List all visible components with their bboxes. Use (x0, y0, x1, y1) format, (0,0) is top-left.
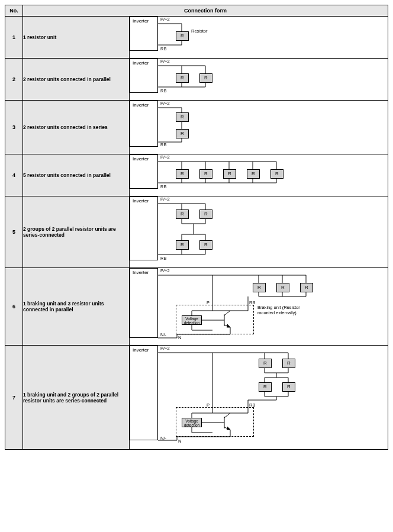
braking-unit-note: Braking unit (Resistor mounted externall… (257, 305, 317, 315)
resistor-r: R (176, 169, 189, 179)
resistor-r: R (253, 283, 266, 292)
resistor-label: Resistor (191, 28, 208, 34)
resistor-r: R (247, 169, 260, 179)
connection-table: No. Connection form 1 1 resistor unit In… (5, 5, 388, 450)
resistor-r: R (282, 359, 295, 368)
rb-label: RB (249, 300, 255, 305)
p-plus-2-label: P/+2 (160, 101, 170, 106)
table-row: 5 2 groups of 2 parallel resistor units … (5, 196, 388, 268)
resistor-r: R (176, 73, 189, 83)
table-row: 3 2 resistor units connected in series I… (5, 101, 388, 154)
n-minus-label: N/- (160, 332, 166, 337)
p-plus-2-label: P/+2 (160, 59, 170, 64)
resistor-r: R (270, 169, 284, 179)
p-plus-2-label: P/+2 (160, 346, 170, 351)
resistor-r: R (276, 283, 289, 292)
table-row: 7 1 braking unit and 2 groups of 2 paral… (5, 346, 388, 450)
resistor-r: R (259, 382, 272, 392)
p-plus-2-label: P/+2 (160, 17, 170, 22)
table-row: 4 5 resistor units connected in parallel… (5, 154, 388, 196)
p-plus-2-label: P/+2 (160, 196, 170, 202)
resistor-r: R (199, 73, 212, 83)
row-diagram: Inverter P/+2 RB R Resistor (130, 17, 388, 59)
row-desc: 1 braking unit and 3 resistor units conn… (23, 268, 130, 346)
resistor-r: R (300, 283, 313, 292)
row-desc: 2 resistor units connected in series (23, 101, 130, 154)
resistor-r: R (199, 169, 212, 179)
row-diagram: Inverter P/+2 RB R R R R R (130, 154, 388, 196)
resistor-r: R (199, 240, 212, 250)
resistor-r: R (259, 359, 272, 368)
rb-label: RB (160, 184, 166, 189)
resistor-r: R (223, 169, 236, 179)
n-label: N (178, 439, 181, 444)
rb-label: RB (160, 256, 166, 261)
row-desc: 1 braking unit and 2 groups of 2 paralle… (23, 346, 130, 450)
inverter-box: Inverter (130, 101, 158, 147)
resistor-r: R (176, 112, 189, 122)
inverter-box: Inverter (130, 154, 158, 189)
row-no: 2 (5, 59, 23, 101)
rb-label: RB (160, 46, 166, 51)
rb-label: RB (160, 142, 166, 147)
row-no: 5 (5, 196, 23, 268)
row-no: 6 (5, 268, 23, 346)
row-diagram: Inverter P/+2 RB R R (130, 59, 388, 101)
voltage-detection-box: Voltage detection (182, 315, 202, 325)
row-desc: 2 groups of 2 parallel resistor units ar… (23, 196, 130, 268)
row-desc: 1 resistor unit (23, 17, 130, 59)
row-diagram: Inverter P/+2 N/- R R R R Voltage detect… (130, 346, 388, 450)
header-no: No. (5, 5, 23, 17)
header-form: Connection form (23, 5, 388, 17)
n-minus-label: N/- (160, 436, 166, 441)
p-label: P (207, 402, 210, 408)
inverter-box: Inverter (130, 268, 158, 338)
row-no: 3 (5, 101, 23, 154)
row-desc: 5 resistor units connected in parallel (23, 154, 130, 196)
row-no: 7 (5, 346, 23, 450)
table-row: 6 1 braking unit and 3 resistor units co… (5, 268, 388, 346)
inverter-box: Inverter (130, 196, 158, 260)
row-no: 4 (5, 154, 23, 196)
resistor-r: R (282, 382, 295, 392)
inverter-box: Inverter (130, 346, 158, 440)
row-desc: 2 resistor units connected in parallel (23, 59, 130, 101)
voltage-detection-box: Voltage detection (182, 418, 202, 427)
table-row: 2 2 resistor units connected in parallel… (5, 59, 388, 101)
resistor-r: R (176, 240, 189, 250)
table-row: 1 1 resistor unit Inverter P/+2 RB R Res… (5, 17, 388, 59)
resistor-r: R (176, 129, 189, 138)
n-label: N (178, 335, 181, 340)
resistor-r: R (176, 209, 189, 219)
p-plus-2-label: P/+2 (160, 154, 170, 160)
row-diagram: Inverter P/+2 RB R R R R (130, 196, 388, 268)
resistor-r: R (176, 31, 189, 41)
row-no: 1 (5, 17, 23, 59)
resistor-r: R (199, 209, 212, 219)
row-diagram: Inverter P/+2 N/- R R R Voltage detectio… (130, 268, 388, 346)
inverter-box: Inverter (130, 17, 158, 51)
p-label: P (207, 300, 210, 305)
inverter-box: Inverter (130, 59, 158, 93)
p-plus-2-label: P/+2 (160, 268, 170, 273)
row-diagram: Inverter P/+2 RB R R (130, 101, 388, 154)
rb-label: RB (160, 88, 166, 93)
rb-label: RB (249, 402, 255, 408)
